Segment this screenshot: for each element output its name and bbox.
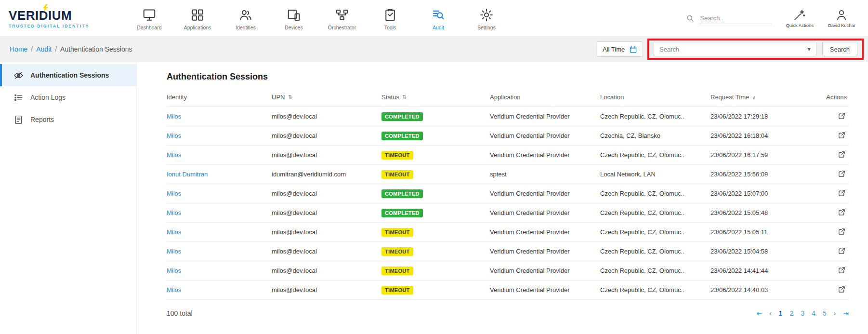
- column-header-upn[interactable]: UPN⇅: [272, 94, 381, 101]
- time-range-button[interactable]: All Time: [597, 41, 643, 57]
- nav-item-settings[interactable]: Settings: [462, 6, 511, 30]
- actions-cell: [838, 170, 849, 179]
- upn-cell: milos@dev.local: [272, 190, 381, 197]
- page-number[interactable]: 4: [812, 309, 815, 317]
- chevron-down-icon: ▾: [808, 46, 811, 53]
- nav-label: Applications: [184, 25, 211, 30]
- page-number[interactable]: 2: [789, 309, 793, 317]
- session-details-icon[interactable]: [838, 112, 846, 120]
- last-page-icon[interactable]: ⇥: [843, 309, 849, 317]
- application-cell: Veridium Credential Provider: [490, 267, 600, 274]
- logo-text: VERIDIUM: [9, 8, 72, 23]
- sort-icon[interactable]: ⇅: [288, 94, 292, 100]
- table-row: Milos milos@dev.local TIMEOUT Veridium C…: [167, 223, 849, 242]
- first-page-icon[interactable]: ⇤: [756, 309, 762, 317]
- quick-actions-icon: [793, 9, 806, 21]
- primary-nav: Dashboard Applications Identities Device…: [125, 6, 511, 30]
- nav-label: Settings: [477, 25, 496, 30]
- session-details-icon[interactable]: [838, 285, 846, 294]
- column-header-status[interactable]: Status⇅: [381, 94, 490, 101]
- identity-cell: Milos: [167, 267, 272, 274]
- request-time-cell: 23/06/2022 14:40:03: [710, 286, 814, 294]
- table-row: Milos milos@dev.local TIMEOUT Veridium C…: [167, 281, 849, 300]
- nav-label: Orchestrator: [328, 25, 356, 30]
- table-body: Milos milos@dev.local COMPLETED Veridium…: [167, 107, 849, 300]
- location-cell: Czech Republic, CZ, Olomuc..: [600, 248, 710, 255]
- page-number[interactable]: 3: [801, 309, 804, 317]
- column-header-request-time[interactable]: Request Time∨: [710, 94, 814, 101]
- session-details-icon[interactable]: [838, 131, 846, 139]
- session-details-icon[interactable]: [838, 247, 846, 255]
- user-menu[interactable]: David Kuchar: [828, 9, 855, 28]
- page-number[interactable]: 1: [779, 309, 783, 317]
- audit-search-dropdown[interactable]: Search ▾: [654, 42, 816, 56]
- identity-link[interactable]: Milos: [167, 267, 181, 274]
- global-search-input[interactable]: [699, 13, 771, 24]
- column-header-actions: Actions: [814, 94, 849, 101]
- page-title: Authentication Sessions: [167, 72, 849, 82]
- table-row: Milos milos@dev.local COMPLETED Veridium…: [167, 107, 849, 126]
- nav-item-tools[interactable]: Tools: [366, 6, 414, 30]
- identity-link[interactable]: Milos: [167, 228, 181, 236]
- session-details-icon[interactable]: [838, 227, 846, 236]
- eye-slash-icon: [13, 70, 24, 80]
- session-details-icon[interactable]: [838, 266, 846, 274]
- identity-link[interactable]: Milos: [167, 151, 181, 159]
- sort-icon[interactable]: ⇅: [402, 94, 407, 100]
- audit-search-placeholder: Search: [659, 46, 679, 53]
- breadcrumb: Home / Audit / Authentication Sessions: [10, 45, 132, 53]
- identities-icon: [238, 8, 253, 22]
- page-number[interactable]: 5: [823, 309, 827, 317]
- list-icon: [13, 93, 24, 103]
- session-details-icon[interactable]: [838, 150, 846, 159]
- next-page-icon[interactable]: ›: [834, 309, 836, 317]
- veridium-logo[interactable]: VERIDIUM TRUSTED DIGITAL IDENTITY: [0, 8, 120, 28]
- breadcrumb-home[interactable]: Home: [10, 45, 27, 53]
- logo-tagline: TRUSTED DIGITAL IDENTITY: [9, 24, 120, 28]
- nav-item-dashboard[interactable]: Dashboard: [125, 6, 173, 30]
- search-button[interactable]: Search: [822, 42, 857, 56]
- breadcrumb-audit[interactable]: Audit: [36, 45, 52, 53]
- sidebar-item-authentication-sessions[interactable]: Authentication Sessions: [0, 64, 136, 86]
- session-details-icon[interactable]: [838, 170, 846, 178]
- gear-icon: [479, 8, 494, 22]
- session-details-icon[interactable]: [838, 189, 846, 197]
- identity-link[interactable]: Milos: [167, 209, 181, 216]
- identity-link[interactable]: Milos: [167, 132, 181, 139]
- identity-link[interactable]: Milos: [167, 248, 181, 255]
- column-header-identity: Identity: [167, 94, 272, 101]
- column-label: Identity: [167, 94, 187, 101]
- topnav-right-cluster: Quick Actions David Kuchar: [686, 9, 868, 28]
- identity-cell: Milos: [167, 209, 272, 216]
- breadcrumb-bar: Home / Audit / Authentication Sessions A…: [0, 36, 868, 62]
- sidebar-item-action-logs[interactable]: Action Logs: [0, 86, 136, 108]
- actions-cell: [838, 112, 849, 121]
- table-header-row: Identity UPN⇅ Status⇅ Application Locati…: [167, 90, 849, 107]
- sidebar-item-label: Reports: [30, 116, 54, 123]
- status-cell: COMPLETED: [381, 209, 490, 217]
- identity-link[interactable]: Milos: [167, 190, 181, 197]
- quick-actions-label: Quick Actions: [786, 23, 814, 28]
- lightning-icon: [42, 4, 49, 12]
- identity-link[interactable]: Milos: [167, 286, 181, 294]
- quick-actions-button[interactable]: Quick Actions: [786, 9, 814, 28]
- nav-item-devices[interactable]: Devices: [270, 6, 318, 30]
- request-time-cell: 23/06/2022 15:04:58: [710, 248, 814, 255]
- document-icon: [13, 115, 24, 125]
- identity-link[interactable]: Ionut Dumitran: [167, 171, 208, 178]
- nav-item-audit[interactable]: Audit: [414, 6, 462, 30]
- sidebar-item-reports[interactable]: Reports: [0, 108, 136, 131]
- pagination: ⇤ ‹ 12345 › ⇥: [756, 309, 849, 317]
- nav-item-applications[interactable]: Applications: [173, 6, 222, 30]
- location-cell: Czech Republic, CZ, Olomuc..: [600, 151, 710, 159]
- nav-item-identities[interactable]: Identities: [222, 6, 270, 30]
- status-badge: TIMEOUT: [381, 228, 413, 237]
- status-badge: COMPLETED: [381, 112, 423, 121]
- prev-page-icon[interactable]: ‹: [769, 309, 772, 317]
- session-details-icon[interactable]: [838, 208, 846, 216]
- sort-desc-icon[interactable]: ∨: [752, 95, 755, 100]
- tools-icon: [383, 8, 397, 22]
- status-cell: COMPLETED: [381, 112, 490, 121]
- nav-item-orchestrator[interactable]: Orchestrator: [318, 6, 366, 30]
- identity-link[interactable]: Milos: [167, 113, 181, 120]
